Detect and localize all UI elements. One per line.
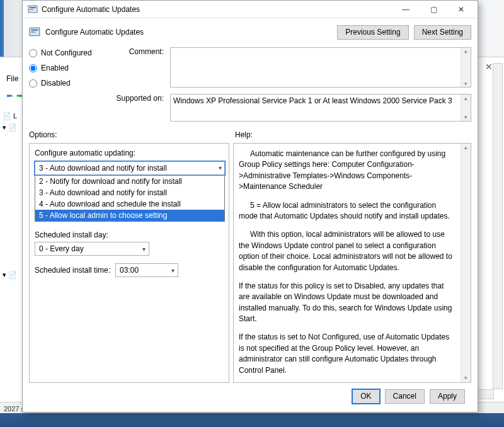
titlebar[interactable]: Configure Automatic Updates — ▢ ✕ [23,1,478,18]
state-radio-group: Not Configured Enabled Disabled [29,47,110,122]
dropdown-option[interactable]: 2 - Notify for download and notify for i… [35,176,224,187]
help-scrollbar[interactable]: ▴▾ [461,144,471,382]
configure-updating-label: Configure automatic updating: [35,149,224,157]
background-scrollbar-vertical[interactable] [493,63,503,389]
dialog-window: Configure Automatic Updates — ▢ ✕ Config… [22,0,478,413]
minimize-button[interactable]: — [392,1,420,18]
background-close-icon[interactable]: ✕ [485,62,493,72]
svg-rect-4 [31,30,38,31]
scheduled-day-select[interactable]: 0 - Every day ▾ [35,242,149,256]
comment-scrollbar[interactable]: ▴▾ [461,48,471,87]
help-panel: Automatic maintenance can be further con… [233,143,471,383]
svg-rect-2 [30,9,33,10]
background-taskbar [0,413,504,427]
help-paragraph: If the status is set to Not Configured, … [239,332,457,376]
supported-scrollbar[interactable]: ▴▾ [461,94,471,121]
radio-not-configured[interactable]: Not Configured [29,48,110,57]
help-paragraph: If the status for this policy is set to … [239,281,457,325]
help-paragraph: With this option, local administrators w… [239,229,457,273]
scheduled-time-select[interactable]: 03:00 ▾ [115,263,178,277]
svg-rect-5 [31,31,35,33]
chevron-down-icon: ▾ [142,246,146,253]
radio-enabled[interactable]: Enabled [29,64,110,72]
background-tree: 📄 L▾ 📄▾ 📄 [3,110,17,280]
maximize-button[interactable]: ▢ [420,1,447,18]
configure-updating-dropdown[interactable]: 3 - Auto download and notify for install… [35,161,225,175]
help-paragraph: Automatic maintenance can be further con… [239,149,457,193]
supported-label: Supported on: [110,94,170,122]
help-paragraph: 5 = Allow local administrators to select… [239,200,457,222]
svg-rect-1 [30,7,36,8]
apply-button[interactable]: Apply [430,389,465,404]
window-title: Configure Automatic Updates [42,5,392,14]
next-setting-button[interactable]: Next Setting [414,25,471,40]
comment-textarea[interactable]: ▴▾ [170,47,471,88]
close-button[interactable]: ✕ [447,1,475,18]
scheduled-time-label: Scheduled install time: [35,266,110,275]
cancel-button[interactable]: Cancel [385,389,425,404]
dropdown-option-selected[interactable]: 5 - Allow local admin to choose setting [35,210,224,221]
dialog-footer: OK Cancel Apply [29,383,471,409]
supported-textarea: Windows XP Professional Service Pack 1 o… [170,94,471,122]
background-nav-arrows[interactable]: ⬅➡ [6,91,23,100]
dropdown-option[interactable]: 3 - Auto download and notify for install [35,187,224,198]
background-file-menu[interactable]: File [6,74,18,83]
comment-label: Comment: [110,47,170,88]
ok-button[interactable]: OK [352,389,379,404]
scheduled-day-label: Scheduled install day: [35,231,224,239]
policy-icon-small [29,26,40,38]
help-section-label: Help: [235,130,471,139]
previous-setting-button[interactable]: Previous Setting [337,25,408,40]
configure-updating-dropdown-list[interactable]: 2 - Notify for download and notify for i… [35,175,225,222]
policy-icon [28,4,38,14]
radio-disabled[interactable]: Disabled [29,79,110,88]
options-panel: Configure automatic updating: 3 - Auto d… [29,143,229,383]
chevron-down-icon: ▾ [171,267,175,274]
chevron-down-icon: ▾ [219,164,222,171]
options-section-label: Options: [29,130,235,139]
dialog-subtitle: Configure Automatic Updates [45,28,332,37]
dropdown-option[interactable]: 4 - Auto download and schedule the insta… [35,198,224,210]
